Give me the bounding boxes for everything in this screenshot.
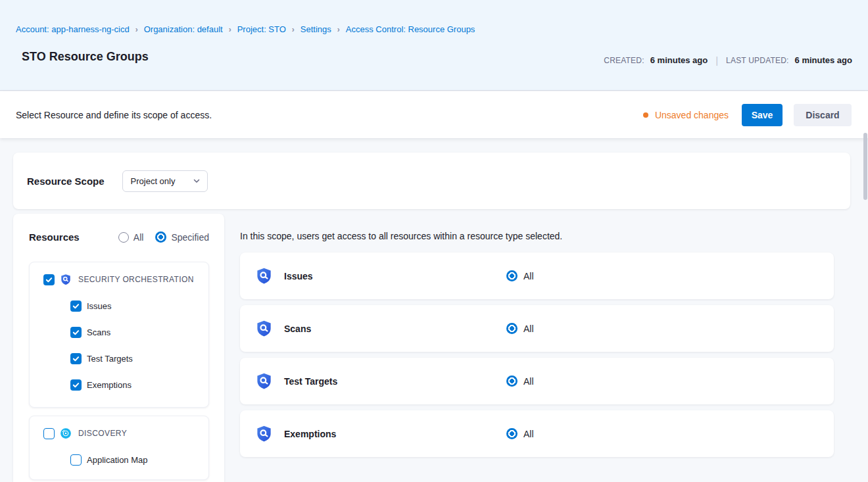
group-head-security-orchestration[interactable]: SECURITY ORCHESTRATION bbox=[43, 274, 208, 285]
breadcrumb: Account: app-harness-ng-cicd › Organizat… bbox=[16, 24, 475, 34]
tree-item-label: Issues bbox=[87, 301, 112, 311]
resource-scope-label: Resource Scope bbox=[27, 176, 105, 187]
radio-checked-icon bbox=[506, 323, 518, 334]
tree-item-scans[interactable]: Scans bbox=[70, 327, 208, 338]
tree-item-application-map[interactable]: Application Map bbox=[70, 454, 208, 466]
radio-all-label: All bbox=[133, 232, 144, 243]
checkmark-icon bbox=[45, 276, 53, 283]
tree-item-label: Application Map bbox=[87, 455, 148, 465]
access-radio-label: All bbox=[523, 429, 534, 439]
resource-row-issues: Issues All bbox=[240, 253, 834, 299]
group-label: SECURITY ORCHESTRATION bbox=[78, 275, 194, 284]
resources-title: Resources bbox=[29, 231, 80, 243]
created-label: CREATED: bbox=[604, 56, 644, 65]
radio-specified[interactable]: Specified bbox=[155, 231, 209, 243]
breadcrumb-organization[interactable]: Organization: default bbox=[144, 24, 223, 34]
resources-panel: Resources All Specified bbox=[13, 214, 224, 482]
checkbox-test-targets[interactable] bbox=[70, 353, 82, 364]
checkbox-application-map[interactable] bbox=[70, 454, 82, 466]
breadcrumb-settings[interactable]: Settings bbox=[301, 24, 331, 34]
breadcrumb-project[interactable]: Project: STO bbox=[237, 24, 286, 34]
access-radio-label: All bbox=[523, 271, 534, 281]
checkbox-discovery[interactable] bbox=[43, 428, 55, 439]
resource-row-test-targets: Test Targets All bbox=[240, 358, 834, 404]
resource-row-title: Test Targets bbox=[284, 376, 337, 387]
resource-row-title: Exemptions bbox=[284, 429, 336, 439]
access-radio-all-scans[interactable]: All bbox=[506, 323, 534, 334]
tree-item-test-targets[interactable]: Test Targets bbox=[70, 353, 208, 364]
resource-row-exemptions: Exemptions All bbox=[240, 410, 834, 457]
scope-description-text: In this scope, users get access to all r… bbox=[240, 231, 562, 241]
vertical-scrollbar[interactable] bbox=[863, 133, 867, 200]
access-radio-label: All bbox=[523, 376, 534, 387]
breadcrumb-separator-icon: › bbox=[135, 25, 138, 34]
checkbox-scans[interactable] bbox=[70, 327, 82, 338]
radio-checked-icon bbox=[506, 375, 518, 387]
radio-checked-icon bbox=[506, 428, 518, 439]
access-radio-all-exemptions[interactable]: All bbox=[506, 428, 534, 439]
radio-all[interactable]: All bbox=[118, 232, 144, 243]
checkmark-icon bbox=[72, 302, 80, 310]
created-updated-meta: CREATED: 6 minutes ago | LAST UPDATED: 6… bbox=[604, 55, 852, 66]
chevron-down-icon bbox=[193, 177, 201, 185]
resource-row-scans: Scans All bbox=[240, 305, 834, 352]
resources-mode-radios: All Specified bbox=[118, 231, 209, 243]
radar-circle-icon bbox=[60, 427, 72, 439]
resource-row-title: Scans bbox=[284, 324, 311, 334]
actions-toolbar: Select Resource and define its scope of … bbox=[0, 91, 868, 138]
breadcrumb-account[interactable]: Account: app-harness-ng-cicd bbox=[16, 24, 130, 34]
group-label: DISCOVERY bbox=[78, 429, 127, 438]
page-header: Account: app-harness-ng-cicd › Organizat… bbox=[0, 0, 868, 91]
radio-specified-label: Specified bbox=[171, 232, 209, 243]
tree-item-label: Scans bbox=[87, 327, 110, 337]
checkmark-icon bbox=[72, 329, 80, 336]
checkmark-icon bbox=[72, 381, 80, 389]
access-radio-label: All bbox=[523, 324, 534, 334]
breadcrumb-separator-icon: › bbox=[229, 25, 231, 34]
unsaved-dot-icon bbox=[643, 112, 648, 118]
scope-instructions-text: Select Resource and define its scope of … bbox=[16, 110, 212, 120]
resources-panel-header: Resources All Specified bbox=[29, 231, 209, 243]
radio-checked-icon bbox=[155, 231, 166, 243]
meta-divider: | bbox=[713, 55, 720, 66]
unsaved-changes-status: Unsaved changes bbox=[643, 110, 729, 120]
checkbox-issues[interactable] bbox=[70, 301, 82, 312]
breadcrumb-resource-groups[interactable]: Access Control: Resource Groups bbox=[346, 24, 475, 34]
radio-unchecked-icon bbox=[118, 232, 129, 243]
tree-item-label: Test Targets bbox=[87, 354, 133, 364]
breadcrumb-separator-icon: › bbox=[337, 25, 340, 34]
toolbar-actions: Unsaved changes Save Discard bbox=[643, 104, 852, 126]
resource-row-title: Issues bbox=[284, 271, 313, 281]
group-head-discovery[interactable]: DISCOVERY bbox=[43, 427, 208, 439]
checkmark-icon bbox=[72, 355, 80, 362]
page-title: STO Resource Groups bbox=[22, 50, 149, 64]
tree-item-issues[interactable]: Issues bbox=[70, 301, 208, 312]
access-radio-all-issues[interactable]: All bbox=[506, 270, 534, 281]
shield-search-icon bbox=[60, 274, 72, 285]
breadcrumb-separator-icon: › bbox=[292, 25, 295, 34]
save-button[interactable]: Save bbox=[742, 104, 783, 126]
discard-button[interactable]: Discard bbox=[794, 104, 852, 126]
resource-scope-selected-value: Project only bbox=[131, 176, 176, 186]
shield-search-icon bbox=[255, 320, 273, 337]
resource-scope-select[interactable]: Project only bbox=[122, 170, 208, 192]
shield-search-icon bbox=[255, 372, 273, 390]
resource-group-discovery: DISCOVERY Application Map bbox=[29, 416, 209, 480]
shield-search-icon bbox=[255, 425, 273, 443]
last-updated-label: LAST UPDATED: bbox=[726, 56, 789, 65]
unsaved-changes-label: Unsaved changes bbox=[655, 110, 729, 120]
tree-item-exemptions[interactable]: Exemptions bbox=[70, 379, 208, 391]
last-updated-value: 6 minutes ago bbox=[795, 55, 852, 65]
resource-scope-card: Resource Scope Project only bbox=[13, 153, 850, 209]
tree-item-label: Exemptions bbox=[87, 380, 132, 390]
resource-group-security-orchestration: SECURITY ORCHESTRATION Issues Scans bbox=[29, 262, 209, 408]
checkbox-exemptions[interactable] bbox=[70, 379, 82, 391]
created-value: 6 minutes ago bbox=[650, 55, 708, 65]
radio-checked-icon bbox=[506, 270, 518, 281]
checkbox-security-orchestration[interactable] bbox=[43, 274, 55, 285]
access-radio-all-test-targets[interactable]: All bbox=[506, 375, 534, 387]
shield-search-icon bbox=[255, 267, 273, 285]
